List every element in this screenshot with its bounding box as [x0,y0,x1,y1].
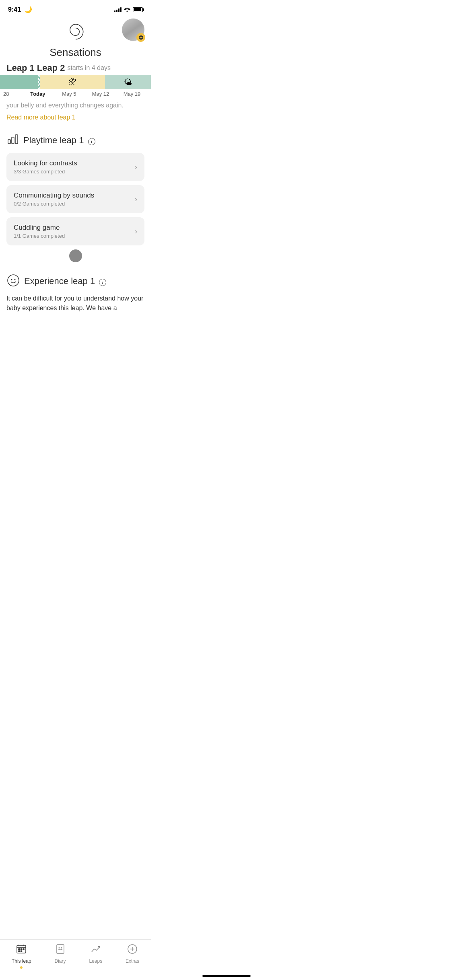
date-may12: May 12 [85,91,116,97]
playtime-info-icon[interactable]: i [88,138,95,145]
experience-section-header: Experience leap 1 i [6,274,144,289]
avatar-container[interactable] [122,19,144,41]
experience-icon [6,274,20,289]
date-today: Today [22,91,54,97]
next-leap-label: Leap 2 [37,63,65,73]
date-labels: 28 Today May 5 May 12 May 19 [0,89,151,99]
storm-icon: ⛈ [68,78,76,87]
moon-icon: 🌙 [24,6,32,13]
experience-section: Experience leap 1 i It can be difficult … [0,274,151,313]
game-subtitle-sounds: 0/2 Games completed [14,201,135,207]
main-content: your belly and everything changes again.… [0,102,151,262]
wifi-icon [124,6,130,13]
battery-icon [133,7,143,12]
game-title-cuddling: Cuddling game [14,224,135,232]
game-card-cuddling[interactable]: Cuddling game 1/1 Games completed › [6,217,144,245]
game-title-contrasts: Looking for contrasts [14,159,135,167]
svg-rect-1 [12,137,14,144]
signal-icon [114,7,121,12]
experience-info-icon[interactable]: i [99,279,106,286]
timeline-future-segment: 🌤 [105,75,151,89]
app-title: Sensations [49,46,101,59]
current-leap-label: Leap 1 [6,63,35,73]
status-time: 9:41 🌙 [8,6,32,13]
settings-badge[interactable] [136,33,145,42]
experience-title: Experience leap 1 i [24,276,106,286]
timeline-current-segment: ⛈ [40,75,105,89]
chevron-right-icon: › [135,227,137,236]
game-card-contrasts[interactable]: Looking for contrasts 3/3 Games complete… [6,153,144,181]
game-subtitle-cuddling: 1/1 Games completed [14,233,135,239]
date-may5: May 5 [54,91,85,97]
spiral-icon [64,21,87,45]
svg-point-5 [14,279,16,280]
timeline: ⛈ 🌤 28 Today May 5 May 12 May 19 [0,75,151,99]
playtime-section-header: Playtime leap 1 i [6,132,144,148]
date-may19: May 19 [116,91,148,97]
timeline-past-segment [0,75,40,89]
belly-text: your belly and everything changes again. [6,102,144,109]
leap-starts-text: starts in 4 days [67,64,111,72]
status-bar: 9:41 🌙 [0,0,151,16]
svg-rect-0 [8,140,10,144]
game-card-sounds[interactable]: Communicating by sounds 0/2 Games comple… [6,185,144,213]
chevron-right-icon: › [135,195,137,204]
game-subtitle-contrasts: 3/3 Games completed [14,169,135,175]
svg-point-3 [8,275,19,286]
sun-cloud-icon: 🌤 [124,78,132,87]
scroll-indicator [6,249,144,262]
playtime-title: Playtime leap 1 i [23,135,95,146]
leap-header: Leap 1 Leap 2 starts in 4 days [0,59,151,75]
chevron-right-icon: › [135,163,137,171]
svg-point-4 [11,279,12,280]
status-icons [114,6,143,13]
read-more-link[interactable]: Read more about leap 1 [6,114,144,121]
game-title-sounds: Communicating by sounds [14,191,135,200]
experience-description: It can be difficult for you to understan… [6,294,144,313]
app-header: Sensations [0,16,151,59]
svg-rect-2 [15,135,18,144]
date-28: 28 [3,91,22,97]
playtime-icon [6,132,19,148]
